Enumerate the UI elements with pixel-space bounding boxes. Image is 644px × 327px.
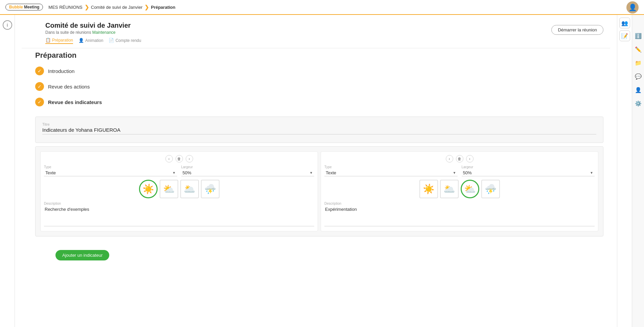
card-width-select-wrapper-left: 50% ▼ (181, 170, 315, 176)
top-navigation: Bubble Meeting MES RÉUNIONS ❯ Comité de … (0, 0, 644, 15)
card-type-select-wrapper-left: Texte ▼ (44, 170, 177, 176)
card-width-label-right: Largeur (462, 165, 595, 169)
desc-textarea-left[interactable] (44, 206, 314, 226)
left-panel: i (0, 15, 15, 327)
content-area: Comité de suivi de Janvier Dans la suite… (15, 15, 617, 327)
tab-compte-rendu[interactable]: 📄 Compte rendu (109, 37, 141, 44)
card-nav-right: ‹ 🗑 › (324, 155, 595, 162)
desc-field-left: Description (44, 202, 314, 228)
trash-left[interactable]: 🗑 (176, 155, 183, 162)
breadcrumb-mes-reunions[interactable]: MES RÉUNIONS (48, 5, 82, 10)
tab-animation[interactable]: 👤 Animation (78, 37, 103, 44)
card-type-select-right[interactable]: Texte (324, 170, 458, 176)
weather-icon-cloudy-left[interactable]: 🌥️ (180, 180, 199, 198)
card-type-select-left[interactable]: Texte (44, 170, 177, 176)
section-items: ✓ Introduction ✓ Revue des actions ✓ Rev… (15, 60, 617, 113)
nav-next-right[interactable]: › (466, 155, 474, 162)
tab-preparation-icon: 📋 (45, 37, 51, 43)
add-indicator-section: Ajouter un indicateur (15, 243, 617, 274)
far-right-folder-icon[interactable]: 📁 (634, 59, 642, 67)
breadcrumb-sep-2: ❯ (144, 4, 149, 10)
card-type-label-right: Type (324, 165, 458, 169)
section-item-revue-actions: ✓ Revue des actions (35, 79, 603, 94)
nav-next-left[interactable]: › (186, 155, 193, 162)
indicator-card-left: ‹ 🗑 › Type Texte ▼ (40, 151, 318, 231)
cards-row: ‹ 🗑 › Type Texte ▼ (39, 150, 600, 233)
subtitle-text: Dans la suite de réunions (45, 30, 91, 35)
breadcrumb-preparation: Préparation (151, 5, 175, 10)
meeting-header: Comité de suivi de Janvier Dans la suite… (15, 15, 617, 48)
card-type-field-right: Type Texte ▼ (324, 165, 458, 176)
trash-right[interactable]: 🗑 (456, 155, 463, 162)
far-right-settings-icon[interactable]: ⚙️ (634, 99, 642, 107)
section-item-revue-indicateurs: ✓ Revue des indicateurs (35, 94, 603, 110)
app-logo[interactable]: Bubble Meeting (5, 4, 43, 10)
card-width-label-left: Largeur (181, 165, 315, 169)
header-info: Comité de suivi de Janvier Dans la suite… (45, 22, 141, 44)
weather-icon-stormy-right[interactable]: ⛈️ (481, 180, 500, 198)
rp-notes-button[interactable]: 📝 (619, 30, 630, 41)
meeting-subtitle: Dans la suite de réunions Maintenance (45, 30, 141, 35)
title-field-value[interactable]: Indicateurs de Yohana FIGUEROA (42, 127, 596, 134)
card-width-select-left[interactable]: 50% (181, 170, 315, 176)
far-right-info-icon[interactable]: ℹ️ (634, 32, 642, 40)
start-meeting-button[interactable]: Démarrer la réunion (551, 25, 603, 35)
weather-icon-partly-cloudy-left[interactable]: ⛅ (160, 180, 178, 198)
rp-users-button[interactable]: 👥 (619, 18, 630, 28)
title-field-group: Titre Indicateurs de Yohana FIGUEROA (42, 122, 596, 134)
far-right-chat-icon[interactable]: 💬 (634, 72, 642, 80)
card-width-select-wrapper-right: 50% ▼ (462, 170, 595, 176)
weather-icon-stormy-left[interactable]: ⛈️ (201, 180, 220, 198)
prep-label: Préparation (35, 51, 603, 60)
card-width-select-right[interactable]: 50% (462, 170, 595, 176)
meeting-title: Comité de suivi de Janvier (45, 22, 141, 29)
check-icon-introduction: ✓ (35, 67, 44, 75)
section-label-introduction[interactable]: Introduction (48, 68, 74, 74)
weather-row-right: ☀️ 🌥️ ⛅ ⛈️ (324, 180, 595, 198)
weather-icon-sunny-right[interactable]: ☀️ (419, 180, 438, 198)
weather-icon-cloudy-right[interactable]: ⛅ (461, 180, 479, 198)
tab-compte-rendu-label: Compte rendu (115, 38, 141, 43)
suite-link[interactable]: Maintenance (92, 30, 116, 35)
indicator-cards: ‹ 🗑 › Type Texte ▼ (35, 146, 603, 236)
nav-prev-left[interactable]: ‹ (165, 155, 173, 162)
tab-preparation-label: Préparation (52, 38, 73, 43)
card-type-field-left: Type Texte ▼ (44, 165, 177, 176)
desc-label-left: Description (44, 202, 314, 205)
desc-label-right: Description (324, 202, 595, 205)
weather-icon-sunny-left[interactable]: ☀️ (139, 180, 158, 198)
section-item-introduction: ✓ Introduction (35, 63, 603, 79)
main-layout: i Comité de suivi de Janvier Dans la sui… (0, 15, 644, 327)
breadcrumb-sep-1: ❯ (85, 4, 89, 10)
far-right-panel: ℹ️ ✏️ 📁 💬 👤 ⚙️ (632, 15, 644, 327)
section-label-revue-indicateurs[interactable]: Revue des indicateurs (48, 99, 102, 105)
weather-icon-partly-cloudy-right[interactable]: 🌥️ (440, 180, 459, 198)
card-type-row-left: Type Texte ▼ Largeur (44, 165, 314, 176)
breadcrumb: MES RÉUNIONS ❯ Comité de suivi de Janvie… (48, 4, 175, 10)
check-icon-revue-indicateurs: ✓ (35, 98, 44, 106)
right-panel: 👥 📝 (617, 15, 632, 327)
check-icon-revue-actions: ✓ (35, 82, 44, 91)
card-width-field-right: Largeur 50% ▼ (462, 165, 595, 176)
avatar[interactable] (626, 1, 639, 14)
far-right-users-icon[interactable]: 👤 (634, 86, 642, 94)
far-right-edit-icon[interactable]: ✏️ (634, 45, 642, 53)
header-tabs: 📋 Préparation 👤 Animation 📄 Compte rendu (45, 37, 141, 44)
add-indicator-button[interactable]: Ajouter un indicateur (55, 250, 109, 260)
section-label-revue-actions[interactable]: Revue des actions (48, 84, 90, 90)
indicator-title-block: Titre Indicateurs de Yohana FIGUEROA (35, 117, 603, 143)
card-type-select-wrapper-right: Texte ▼ (324, 170, 458, 176)
logo-bubble: Bubble (9, 5, 23, 9)
weather-row-left: ☀️ ⛅ 🌥️ ⛈️ (44, 180, 314, 198)
card-type-row-right: Type Texte ▼ Largeur (324, 165, 595, 176)
desc-textarea-right[interactable] (324, 206, 595, 226)
tab-preparation[interactable]: 📋 Préparation (45, 37, 73, 44)
desc-field-right: Description (324, 202, 595, 228)
logo-meeting: Meeting (23, 5, 40, 9)
tab-animation-label: Animation (85, 38, 103, 43)
card-type-label-left: Type (44, 165, 177, 169)
info-button[interactable]: i (3, 20, 12, 30)
nav-prev-right[interactable]: ‹ (446, 155, 453, 162)
breadcrumb-comite[interactable]: Comité de suivi de Janvier (91, 5, 142, 10)
prep-label-section: Préparation (15, 48, 617, 60)
